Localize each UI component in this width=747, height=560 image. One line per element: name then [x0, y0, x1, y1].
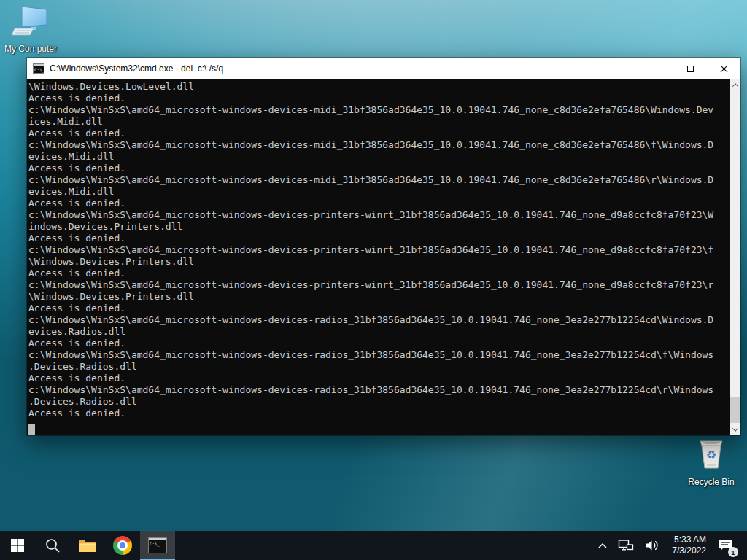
recycle-bin-icon: ♻: [681, 436, 742, 472]
console-line: \Windows.Devices.Printers.dll: [28, 256, 730, 268]
search-button[interactable]: [35, 531, 70, 560]
console-line: \Windows.Devices.LowLevel.dll: [28, 81, 730, 93]
console-line: Access is denied.: [28, 408, 730, 419]
console-line: Access is denied.: [28, 93, 730, 104]
file-explorer-icon: [78, 537, 97, 553]
console-output[interactable]: \Windows.Devices.LowLevel.dllAccess is d…: [27, 79, 740, 435]
notification-badge: 1: [728, 547, 738, 557]
console-line: \Windows.Devices.Printers.dll: [28, 291, 730, 303]
my-computer-icon: [0, 6, 61, 39]
close-icon: [720, 65, 728, 73]
minimize-button[interactable]: [640, 58, 673, 79]
console-cursor: [28, 424, 35, 435]
search-icon: [44, 537, 61, 553]
clock-time: 5:33 AM: [672, 534, 706, 545]
volume-button[interactable]: [639, 531, 665, 560]
console-line: Access is denied.: [28, 268, 730, 279]
scroll-up-button[interactable]: [730, 79, 740, 91]
console-line: indows.Devices.Printers.dll: [28, 221, 730, 233]
console-line: evices.Midi.dll: [28, 151, 730, 163]
console-line: c:\Windows\WinSxS\amd64_microsoft-window…: [28, 384, 730, 396]
cmd-window-title: C:\Windows\System32\cmd.exe - del c:\ /s…: [50, 63, 640, 74]
console-line: c:\Windows\WinSxS\amd64_microsoft-window…: [28, 244, 730, 256]
maximize-icon: [687, 66, 694, 72]
console-line: Access is denied.: [28, 303, 730, 314]
minimize-icon: [653, 69, 660, 69]
console-line: evices.Midi.dll: [28, 186, 730, 198]
system-tray: 5:33 AM 7/3/2022 1: [592, 531, 747, 560]
chrome-button[interactable]: [105, 531, 140, 560]
svg-text:♻: ♻: [706, 448, 716, 461]
console-line: c:\Windows\WinSxS\amd64_microsoft-window…: [28, 139, 730, 151]
console-line: evices.Radios.dll: [28, 326, 730, 338]
desktop: My Computer ♻ Recycle Bin C:\Windows\Sys…: [0, 0, 747, 560]
chevron-down-icon: [732, 425, 738, 431]
cmd-taskbar-button[interactable]: [140, 531, 175, 560]
maximize-button[interactable]: [673, 58, 707, 79]
chevron-up-icon: [732, 83, 738, 89]
cmd-titlebar[interactable]: C:\Windows\System32\cmd.exe - del c:\ /s…: [27, 58, 740, 79]
desktop-icon-my-computer[interactable]: My Computer: [0, 6, 61, 55]
console-line: Access is denied.: [28, 338, 730, 349]
console-line: Access is denied.: [28, 233, 730, 244]
file-explorer-button[interactable]: [70, 531, 105, 560]
chevron-up-icon: [597, 542, 608, 549]
console-line: c:\Windows\WinSxS\amd64_microsoft-window…: [28, 174, 730, 186]
console-line: Access is denied.: [28, 198, 730, 209]
cmd-app-icon: [33, 63, 44, 74]
console-line: c:\Windows\WinSxS\amd64_microsoft-window…: [28, 314, 730, 326]
console-line: c:\Windows\WinSxS\amd64_microsoft-window…: [28, 104, 730, 116]
console-scrollbar[interactable]: [730, 79, 740, 435]
console-text: \Windows.Devices.LowLevel.dllAccess is d…: [28, 81, 730, 435]
close-button[interactable]: [707, 58, 740, 79]
console-line: Access is denied.: [28, 373, 730, 384]
start-button[interactable]: [0, 531, 35, 560]
console-line: c:\Windows\WinSxS\amd64_microsoft-window…: [28, 279, 730, 291]
clock-date: 7/3/2022: [672, 545, 706, 556]
action-center-button[interactable]: 1: [713, 531, 739, 560]
console-line: c:\Windows\WinSxS\amd64_microsoft-window…: [28, 209, 730, 221]
scroll-down-button[interactable]: [730, 424, 740, 435]
console-line: .Devices.Radios.dll: [28, 361, 730, 373]
my-computer-label: My Computer: [4, 44, 57, 54]
cmd-window: C:\Windows\System32\cmd.exe - del c:\ /s…: [27, 58, 740, 435]
console-line: Access is denied.: [28, 163, 730, 174]
network-icon: [618, 539, 634, 552]
network-button[interactable]: [613, 531, 639, 560]
desktop-icon-recycle-bin[interactable]: ♻ Recycle Bin: [681, 436, 742, 488]
speaker-icon: [644, 539, 660, 552]
taskbar-clock[interactable]: 5:33 AM 7/3/2022: [665, 534, 713, 556]
console-line: .Devices.Radios.dll: [28, 396, 730, 408]
console-line: c:\Windows\WinSxS\amd64_microsoft-window…: [28, 349, 730, 361]
windows-logo-icon: [11, 539, 24, 552]
tray-overflow-button[interactable]: [592, 531, 613, 560]
console-line: ices.Midi.dll: [28, 116, 730, 128]
recycle-bin-label: Recycle Bin: [688, 477, 734, 487]
scrollbar-thumb[interactable]: [730, 397, 740, 423]
chrome-icon: [113, 536, 132, 555]
taskbar: 5:33 AM 7/3/2022 1: [0, 531, 747, 560]
console-line: Access is denied.: [28, 128, 730, 139]
cmd-icon: [148, 537, 167, 553]
